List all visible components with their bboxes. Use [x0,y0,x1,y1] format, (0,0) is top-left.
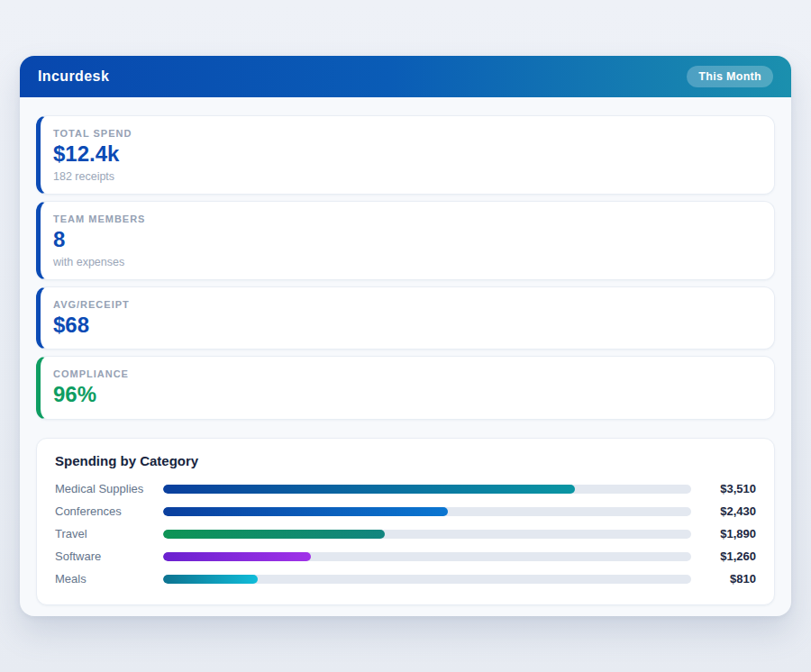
period-badge[interactable]: This Month [687,66,773,87]
category-bar-fill [163,552,311,561]
stat-value: 96% [53,382,758,408]
dashboard-content: TOTAL SPEND $12.4k 182 receipts TEAM MEM… [20,97,791,622]
category-label: Conferences [55,504,163,518]
stat-subtext: with expenses [53,256,758,268]
category-bar-row: Conferences$2,430 [55,500,756,522]
stat-value: $68 [53,313,758,339]
category-label: Medical Supplies [55,482,163,495]
category-amount: $2,430 [700,504,756,518]
category-bar-track [163,575,691,584]
category-amount: $1,890 [700,527,756,540]
stat-card-total-spend: TOTAL SPEND $12.4k 182 receipts [36,115,775,195]
stat-subtext: 182 receipts [53,170,758,183]
stat-card-compliance: COMPLIANCE 96% [36,356,775,420]
stat-label: AVG/RECEIPT [53,299,758,310]
category-amount: $810 [700,572,756,586]
app-window: Incurdesk This Month TOTAL SPEND $12.4k … [20,56,791,616]
category-label: Meals [55,572,163,586]
stat-value: 8 [53,227,758,253]
category-amount: $3,510 [700,482,756,495]
category-bar-track [163,552,691,561]
category-bar-fill [163,507,448,516]
category-bar-fill [163,485,575,494]
category-bar-row: Software$1,260 [55,545,756,568]
stat-label: TOTAL SPEND [53,128,758,139]
stat-value: $12.4k [53,141,758,168]
app-header: Incurdesk This Month [20,56,791,97]
category-bar-track [163,507,691,516]
spending-by-category-card: Spending by Category Medical Supplies$3,… [36,438,775,605]
category-amount: $1,260 [700,549,756,563]
category-bar-row: Meals$810 [55,568,756,590]
category-label: Software [55,549,163,563]
category-bar-track [163,530,691,539]
stat-card-avg-receipt: AVG/RECEIPT $68 [36,286,775,350]
stat-card-team-members: TEAM MEMBERS 8 with expenses [36,201,775,280]
category-bar-row: Medical Supplies$3,510 [55,477,756,500]
category-bar-row: Travel$1,890 [55,522,756,545]
app-title: Incurdesk [38,68,109,85]
category-bar-fill [163,575,258,584]
category-bar-list: Medical Supplies$3,510Conferences$2,430T… [55,477,756,590]
stat-label: COMPLIANCE [53,368,758,379]
stat-label: TEAM MEMBERS [53,213,758,224]
spending-card-title: Spending by Category [55,453,756,468]
category-label: Travel [55,527,163,540]
category-bar-track [163,485,691,494]
category-bar-fill [163,530,385,539]
